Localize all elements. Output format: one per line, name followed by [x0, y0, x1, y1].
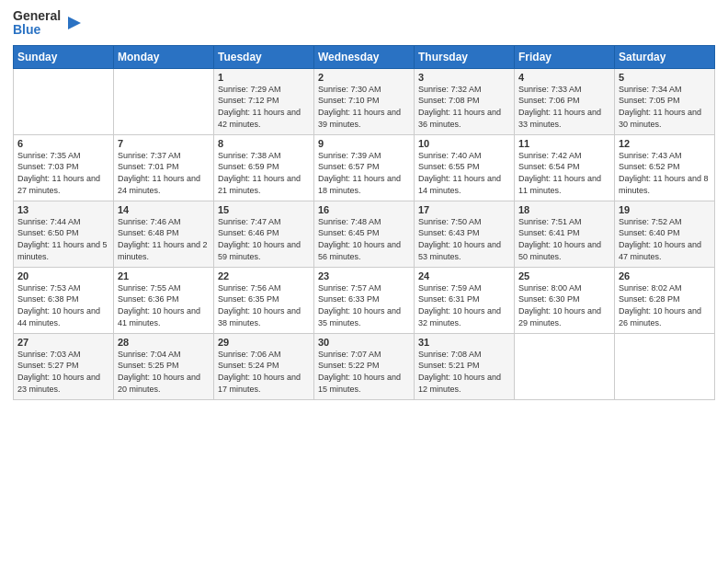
day-info: Sunrise: 7:56 AM Sunset: 6:35 PM Dayligh… — [218, 282, 310, 328]
day-info: Sunrise: 7:48 AM Sunset: 6:45 PM Dayligh… — [318, 216, 410, 262]
day-cell — [615, 333, 715, 399]
day-number: 29 — [218, 337, 310, 348]
day-info: Sunrise: 7:08 AM Sunset: 5:21 PM Dayligh… — [418, 349, 510, 395]
day-cell: 8Sunrise: 7:38 AM Sunset: 6:59 PM Daylig… — [214, 134, 314, 201]
day-cell: 28Sunrise: 7:04 AM Sunset: 5:25 PM Dayli… — [114, 333, 214, 399]
day-number: 14 — [118, 204, 210, 215]
header: General Blue — [13, 9, 715, 38]
day-cell: 3Sunrise: 7:32 AM Sunset: 7:08 PM Daylig… — [415, 68, 515, 134]
day-cell: 20Sunrise: 7:53 AM Sunset: 6:38 PM Dayli… — [14, 267, 114, 333]
day-number: 31 — [418, 337, 510, 348]
day-number: 16 — [318, 204, 410, 215]
day-header-tuesday: Tuesday — [214, 45, 314, 68]
day-info: Sunrise: 7:03 AM Sunset: 5:27 PM Dayligh… — [17, 349, 109, 395]
day-number: 2 — [318, 72, 410, 83]
day-cell: 18Sunrise: 7:51 AM Sunset: 6:41 PM Dayli… — [515, 201, 615, 267]
day-cell: 24Sunrise: 7:59 AM Sunset: 6:31 PM Dayli… — [415, 267, 515, 333]
day-cell: 7Sunrise: 7:37 AM Sunset: 7:01 PM Daylig… — [114, 134, 214, 201]
day-cell: 13Sunrise: 7:44 AM Sunset: 6:50 PM Dayli… — [14, 201, 114, 267]
day-cell: 14Sunrise: 7:46 AM Sunset: 6:48 PM Dayli… — [114, 201, 214, 267]
day-number: 17 — [418, 204, 510, 215]
day-number: 6 — [17, 138, 109, 149]
logo-triangle-icon — [63, 13, 83, 33]
day-cell: 29Sunrise: 7:06 AM Sunset: 5:24 PM Dayli… — [214, 333, 314, 399]
day-number: 15 — [218, 204, 310, 215]
day-cell: 11Sunrise: 7:42 AM Sunset: 6:54 PM Dayli… — [515, 134, 615, 201]
day-info: Sunrise: 7:46 AM Sunset: 6:48 PM Dayligh… — [118, 216, 210, 262]
day-cell: 16Sunrise: 7:48 AM Sunset: 6:45 PM Dayli… — [314, 201, 415, 267]
day-cell: 6Sunrise: 7:35 AM Sunset: 7:03 PM Daylig… — [14, 134, 114, 201]
day-info: Sunrise: 7:37 AM Sunset: 7:01 PM Dayligh… — [118, 150, 210, 196]
day-number: 20 — [17, 270, 109, 282]
day-info: Sunrise: 7:50 AM Sunset: 6:43 PM Dayligh… — [418, 216, 510, 262]
day-number: 28 — [118, 337, 210, 348]
week-row-4: 20Sunrise: 7:53 AM Sunset: 6:38 PM Dayli… — [14, 267, 715, 333]
day-number: 3 — [418, 72, 510, 83]
day-number: 9 — [318, 138, 410, 149]
day-number: 23 — [318, 270, 410, 282]
logo-graphic: General Blue — [13, 9, 83, 38]
day-cell — [14, 68, 114, 134]
day-info: Sunrise: 8:00 AM Sunset: 6:30 PM Dayligh… — [518, 282, 610, 328]
logo: General Blue — [13, 9, 83, 38]
day-info: Sunrise: 7:42 AM Sunset: 6:54 PM Dayligh… — [518, 150, 610, 196]
day-cell: 15Sunrise: 7:47 AM Sunset: 6:46 PM Dayli… — [214, 201, 314, 267]
day-number: 5 — [619, 72, 711, 83]
day-info: Sunrise: 7:34 AM Sunset: 7:05 PM Dayligh… — [619, 84, 711, 130]
day-number: 27 — [17, 337, 109, 348]
day-cell: 21Sunrise: 7:55 AM Sunset: 6:36 PM Dayli… — [114, 267, 214, 333]
day-info: Sunrise: 7:52 AM Sunset: 6:40 PM Dayligh… — [619, 216, 711, 262]
svg-marker-0 — [68, 17, 81, 29]
day-number: 11 — [518, 138, 610, 149]
calendar-table: SundayMondayTuesdayWednesdayThursdayFrid… — [13, 45, 715, 400]
day-info: Sunrise: 7:04 AM Sunset: 5:25 PM Dayligh… — [118, 349, 210, 395]
day-cell: 19Sunrise: 7:52 AM Sunset: 6:40 PM Dayli… — [615, 201, 715, 267]
day-cell: 10Sunrise: 7:40 AM Sunset: 6:55 PM Dayli… — [415, 134, 515, 201]
day-cell: 17Sunrise: 7:50 AM Sunset: 6:43 PM Dayli… — [415, 201, 515, 267]
day-header-monday: Monday — [114, 45, 214, 68]
days-header-row: SundayMondayTuesdayWednesdayThursdayFrid… — [14, 45, 715, 68]
day-number: 22 — [218, 270, 310, 282]
day-number: 13 — [17, 204, 109, 215]
day-info: Sunrise: 7:43 AM Sunset: 6:52 PM Dayligh… — [619, 150, 711, 196]
calendar-container: General Blue SundayMondayTuesdayWednesda… — [0, 0, 728, 408]
day-cell: 1Sunrise: 7:29 AM Sunset: 7:12 PM Daylig… — [214, 68, 314, 134]
day-number: 18 — [518, 204, 610, 215]
day-number: 21 — [118, 270, 210, 282]
week-row-2: 6Sunrise: 7:35 AM Sunset: 7:03 PM Daylig… — [14, 134, 715, 201]
week-row-3: 13Sunrise: 7:44 AM Sunset: 6:50 PM Dayli… — [14, 201, 715, 267]
day-info: Sunrise: 7:39 AM Sunset: 6:57 PM Dayligh… — [318, 150, 410, 196]
day-info: Sunrise: 7:53 AM Sunset: 6:38 PM Dayligh… — [17, 282, 109, 328]
day-header-thursday: Thursday — [415, 45, 515, 68]
day-info: Sunrise: 7:40 AM Sunset: 6:55 PM Dayligh… — [418, 150, 510, 196]
day-info: Sunrise: 7:57 AM Sunset: 6:33 PM Dayligh… — [318, 282, 410, 328]
day-info: Sunrise: 7:51 AM Sunset: 6:41 PM Dayligh… — [518, 216, 610, 262]
day-number: 12 — [619, 138, 711, 149]
day-cell: 5Sunrise: 7:34 AM Sunset: 7:05 PM Daylig… — [615, 68, 715, 134]
day-info: Sunrise: 7:29 AM Sunset: 7:12 PM Dayligh… — [218, 84, 310, 130]
day-cell: 4Sunrise: 7:33 AM Sunset: 7:06 PM Daylig… — [515, 68, 615, 134]
day-number: 4 — [518, 72, 610, 83]
day-info: Sunrise: 7:07 AM Sunset: 5:22 PM Dayligh… — [318, 349, 410, 395]
day-number: 30 — [318, 337, 410, 348]
day-cell: 26Sunrise: 8:02 AM Sunset: 6:28 PM Dayli… — [615, 267, 715, 333]
day-info: Sunrise: 7:59 AM Sunset: 6:31 PM Dayligh… — [418, 282, 510, 328]
day-info: Sunrise: 7:30 AM Sunset: 7:10 PM Dayligh… — [318, 84, 410, 130]
day-header-wednesday: Wednesday — [314, 45, 415, 68]
day-cell: 2Sunrise: 7:30 AM Sunset: 7:10 PM Daylig… — [314, 68, 415, 134]
day-info: Sunrise: 7:32 AM Sunset: 7:08 PM Dayligh… — [418, 84, 510, 130]
day-cell: 27Sunrise: 7:03 AM Sunset: 5:27 PM Dayli… — [14, 333, 114, 399]
day-header-saturday: Saturday — [615, 45, 715, 68]
day-cell — [114, 68, 214, 134]
week-row-5: 27Sunrise: 7:03 AM Sunset: 5:27 PM Dayli… — [14, 333, 715, 399]
day-number: 8 — [218, 138, 310, 149]
day-number: 19 — [619, 204, 711, 215]
day-number: 26 — [619, 270, 711, 282]
day-info: Sunrise: 8:02 AM Sunset: 6:28 PM Dayligh… — [619, 282, 711, 328]
day-info: Sunrise: 7:55 AM Sunset: 6:36 PM Dayligh… — [118, 282, 210, 328]
day-cell: 22Sunrise: 7:56 AM Sunset: 6:35 PM Dayli… — [214, 267, 314, 333]
day-info: Sunrise: 7:38 AM Sunset: 6:59 PM Dayligh… — [218, 150, 310, 196]
day-cell: 31Sunrise: 7:08 AM Sunset: 5:21 PM Dayli… — [415, 333, 515, 399]
day-info: Sunrise: 7:47 AM Sunset: 6:46 PM Dayligh… — [218, 216, 310, 262]
day-info: Sunrise: 7:44 AM Sunset: 6:50 PM Dayligh… — [17, 216, 109, 262]
